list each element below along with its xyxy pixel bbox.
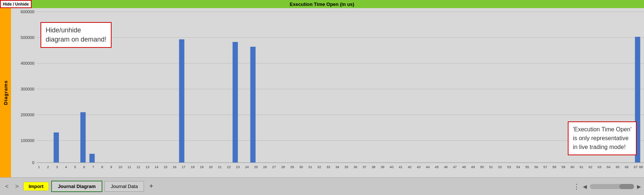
sidebar-label: Diagrams [3, 80, 8, 105]
main-content: Diagrams Hide/unhidediagram on demand! '… [0, 8, 644, 177]
svg-text:59: 59 [562, 165, 565, 169]
svg-text:8: 8 [101, 165, 103, 169]
svg-text:15: 15 [163, 165, 167, 169]
svg-text:64: 64 [607, 165, 610, 169]
svg-text:17: 17 [182, 165, 186, 169]
svg-text:60: 60 [570, 165, 574, 169]
svg-text:51: 51 [489, 165, 493, 169]
svg-text:22: 22 [227, 165, 230, 169]
svg-text:61: 61 [580, 165, 583, 169]
hide-unhide-button[interactable]: Hide / Unhide [0, 0, 32, 8]
scrollbar-track[interactable] [590, 184, 634, 189]
svg-rect-20 [233, 42, 238, 163]
bottom-right-controls: ⋮ ◀ ▶ [573, 182, 641, 191]
svg-text:14: 14 [155, 165, 158, 169]
svg-text:32: 32 [317, 165, 321, 169]
svg-text:23: 23 [236, 165, 240, 169]
svg-rect-16 [54, 132, 59, 163]
add-tab-button[interactable]: + [146, 182, 156, 191]
svg-text:66: 66 [625, 165, 629, 169]
svg-text:16: 16 [173, 165, 176, 169]
scrollbar-thumb[interactable] [619, 184, 634, 189]
nav-forward-button[interactable]: > [13, 182, 21, 191]
svg-text:31: 31 [308, 165, 312, 169]
bottom-bar: < > Import Journal Diagram Journal Data … [0, 177, 644, 195]
tooltip-hide-diagram: Hide/unhidediagram on demand! [41, 22, 112, 48]
svg-rect-19 [179, 39, 184, 163]
svg-text:53: 53 [507, 165, 511, 169]
svg-text:67: 67 [634, 165, 637, 169]
svg-rect-17 [80, 112, 85, 163]
svg-text:25: 25 [254, 165, 258, 169]
svg-text:58: 58 [552, 165, 556, 169]
svg-text:35: 35 [345, 165, 348, 169]
svg-text:24: 24 [245, 165, 249, 169]
svg-text:45: 45 [435, 165, 439, 169]
svg-text:2: 2 [47, 165, 49, 169]
svg-text:11: 11 [127, 165, 131, 169]
more-options-button[interactable]: ⋮ [573, 182, 580, 191]
tab-journal-data[interactable]: Journal Data [105, 181, 144, 192]
svg-text:33: 33 [326, 165, 330, 169]
svg-text:48: 48 [462, 165, 466, 169]
svg-text:300000: 300000 [21, 87, 35, 91]
svg-text:7: 7 [92, 165, 94, 169]
svg-text:12: 12 [137, 165, 140, 169]
svg-text:27: 27 [272, 165, 276, 169]
svg-text:500000: 500000 [21, 35, 35, 40]
svg-text:29: 29 [290, 165, 294, 169]
chart-title: Execution Time Open (in us) [290, 1, 354, 7]
svg-text:20: 20 [209, 165, 212, 169]
svg-text:62: 62 [589, 165, 592, 169]
svg-text:52: 52 [498, 165, 502, 169]
svg-text:18: 18 [191, 165, 194, 169]
scroll-left-button[interactable]: ◀ [583, 184, 587, 189]
svg-text:41: 41 [399, 165, 402, 169]
svg-text:68: 68 [639, 165, 643, 169]
svg-rect-21 [250, 47, 256, 163]
svg-text:40: 40 [390, 165, 393, 169]
svg-text:4: 4 [65, 165, 67, 169]
svg-text:19: 19 [200, 165, 204, 169]
tooltip-execution-time: 'Execution Time Open'is only representat… [568, 121, 637, 155]
svg-text:56: 56 [534, 165, 538, 169]
svg-text:49: 49 [471, 165, 475, 169]
svg-text:3: 3 [56, 165, 58, 169]
svg-text:21: 21 [218, 165, 222, 169]
svg-text:50: 50 [480, 165, 484, 169]
svg-text:55: 55 [525, 165, 529, 169]
sidebar: Diagrams [0, 8, 11, 177]
svg-text:10: 10 [119, 165, 122, 169]
svg-text:0: 0 [32, 160, 34, 165]
svg-text:13: 13 [145, 165, 149, 169]
svg-text:39: 39 [381, 165, 384, 169]
svg-text:1: 1 [38, 165, 40, 169]
nav-back-button[interactable]: < [3, 182, 11, 191]
svg-rect-18 [89, 154, 95, 163]
tab-journal-diagram[interactable]: Journal Diagram [51, 181, 102, 192]
svg-text:65: 65 [616, 165, 619, 169]
chart-area: Hide/unhidediagram on demand! 'Execution… [11, 8, 644, 177]
svg-text:36: 36 [353, 165, 357, 169]
svg-text:37: 37 [363, 165, 366, 169]
svg-text:38: 38 [372, 165, 375, 169]
scroll-right-button[interactable]: ▶ [637, 184, 641, 189]
svg-text:6: 6 [83, 165, 85, 169]
svg-text:47: 47 [453, 165, 457, 169]
svg-text:34: 34 [335, 165, 339, 169]
import-button[interactable]: Import [23, 182, 49, 191]
svg-text:57: 57 [543, 165, 547, 169]
svg-text:46: 46 [444, 165, 448, 169]
svg-text:200000: 200000 [21, 113, 35, 117]
svg-text:9: 9 [110, 165, 112, 169]
svg-text:30: 30 [299, 165, 303, 169]
top-header: Hide / Unhide Execution Time Open (in us… [0, 0, 644, 8]
svg-text:43: 43 [417, 165, 420, 169]
svg-text:42: 42 [408, 165, 411, 169]
svg-text:28: 28 [281, 165, 285, 169]
svg-text:63: 63 [598, 165, 601, 169]
svg-text:600000: 600000 [21, 10, 35, 14]
svg-text:44: 44 [426, 165, 430, 169]
svg-text:400000: 400000 [21, 61, 35, 65]
svg-text:100000: 100000 [21, 138, 35, 143]
